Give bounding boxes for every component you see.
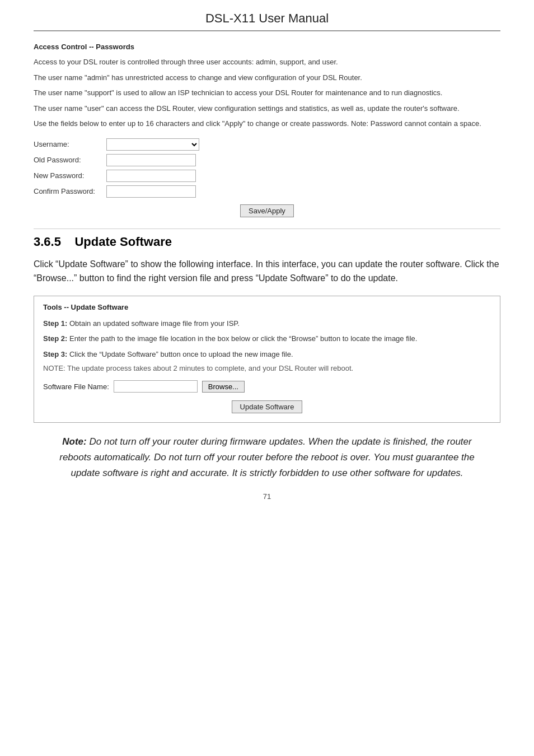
password-form: Username: Old Password: New Password: Co… <box>34 138 500 198</box>
step-1-desc: Obtain an updated software image file fr… <box>69 319 240 328</box>
italic-note-block: Note: Do not turn off your router during… <box>56 434 478 481</box>
update-btn-area: Update Software <box>43 400 491 413</box>
new-password-label: New Password: <box>34 171 106 180</box>
tools-panel-header: Tools -- Update Software <box>43 303 491 311</box>
old-password-row: Old Password: <box>34 154 500 166</box>
section-title: Update Software <box>74 235 172 249</box>
page-number: 71 <box>34 492 500 501</box>
access-desc-2: The user name "admin" has unrestricted a… <box>34 72 500 83</box>
step-3-desc: Click the “Update Software” button once … <box>69 350 293 358</box>
software-file-row: Software File Name: Browse... <box>43 380 491 393</box>
tools-note-text: NOTE: The update process takes about 2 m… <box>43 364 491 372</box>
access-control-section: Access Control -- Passwords Access to yo… <box>34 43 500 217</box>
step-1-text: Step 1: Obtain an updated software image… <box>43 318 491 329</box>
step-1-label: Step 1: <box>43 319 67 328</box>
step-2-desc: Enter the path to the image file locatio… <box>69 334 417 343</box>
access-control-header: Access Control -- Passwords <box>34 43 500 51</box>
browse-button[interactable]: Browse... <box>202 381 245 393</box>
step-2-text: Step 2: Enter the path to the image file… <box>43 333 491 344</box>
confirm-password-label: Confirm Password: <box>34 187 106 195</box>
access-desc-1: Access to your DSL router is controlled … <box>34 57 500 68</box>
step-3-label: Step 3: <box>43 350 67 358</box>
access-desc-5: Use the fields below to enter up to 16 c… <box>34 118 500 129</box>
section-number: 3.6.5 <box>34 235 61 249</box>
new-password-row: New Password: <box>34 170 500 182</box>
page-title: DSL-X11 User Manual <box>34 11 500 31</box>
file-name-label: Software File Name: <box>43 382 109 391</box>
tools-panel: Tools -- Update Software Step 1: Obtain … <box>34 296 500 423</box>
section-365-heading: 3.6.5 Update Software <box>34 228 500 249</box>
confirm-password-row: Confirm Password: <box>34 185 500 198</box>
update-software-button[interactable]: Update Software <box>232 400 303 413</box>
italic-note-text: Do not turn off your router during firmw… <box>59 436 475 478</box>
software-file-input[interactable] <box>114 380 198 393</box>
section-365: 3.6.5 Update Software Click “Update Soft… <box>34 228 500 482</box>
username-row: Username: <box>34 138 500 151</box>
username-select[interactable] <box>106 138 199 151</box>
username-label: Username: <box>34 140 106 148</box>
save-apply-area: Save/Apply <box>34 204 500 217</box>
old-password-input[interactable] <box>106 154 196 166</box>
new-password-input[interactable] <box>106 170 196 182</box>
step-3-text: Step 3: Click the “Update Software” butt… <box>43 349 491 360</box>
access-desc-4: The user name "user" can access the DSL … <box>34 103 500 114</box>
save-apply-button[interactable]: Save/Apply <box>240 204 294 217</box>
italic-note-label: Note: <box>62 436 86 447</box>
old-password-label: Old Password: <box>34 156 106 164</box>
access-desc-3: The user name "support" is used to allow… <box>34 87 500 99</box>
step-2-label: Step 2: <box>43 334 67 343</box>
section-365-desc: Click “Update Software” to show the foll… <box>34 257 500 286</box>
confirm-password-input[interactable] <box>106 185 196 198</box>
